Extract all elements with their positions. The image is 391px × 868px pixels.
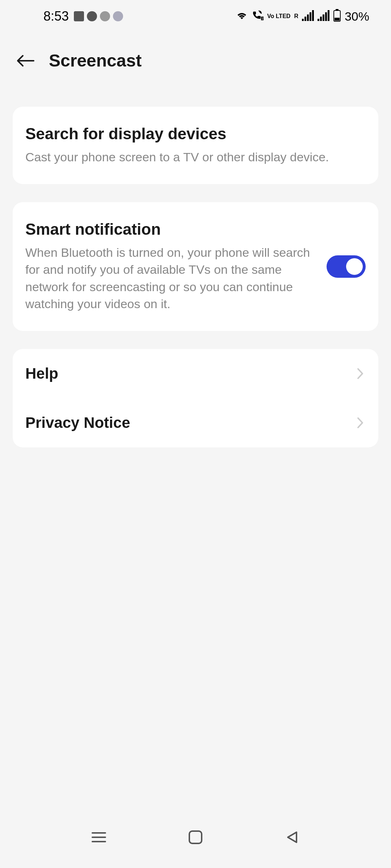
privacy-label: Privacy Notice	[25, 414, 130, 431]
app-icon-1	[74, 11, 84, 21]
battery-icon	[333, 9, 341, 24]
search-devices-card[interactable]: Search for display devices Cast your pho…	[13, 107, 378, 184]
app-icon-2	[87, 11, 97, 21]
wifi-icon	[236, 10, 248, 22]
menu-icon	[91, 831, 107, 844]
smart-notification-card: Smart notification When Bluetooth is tur…	[13, 202, 378, 331]
roaming-icon: R	[294, 13, 298, 20]
status-app-icons	[74, 11, 123, 21]
arrow-left-icon	[16, 54, 34, 67]
home-button[interactable]	[185, 826, 206, 848]
svg-text:2: 2	[262, 17, 264, 20]
status-left: 8:53	[43, 9, 123, 24]
smart-notification-title: Smart notification	[25, 220, 316, 238]
search-devices-desc: Cast your phone screen to a TV or other …	[25, 149, 366, 166]
status-bar: 8:53 2 Vo LTED R	[0, 0, 391, 33]
back-nav-button[interactable]	[281, 826, 303, 848]
privacy-link[interactable]: Privacy Notice	[13, 398, 378, 447]
square-icon	[188, 830, 203, 845]
recent-apps-button[interactable]	[88, 826, 110, 848]
toggle-knob	[346, 258, 363, 275]
battery-percent: 30%	[345, 9, 369, 24]
content: Search for display devices Cast your pho…	[0, 85, 391, 447]
signal-bars-2	[318, 12, 329, 21]
help-label: Help	[25, 365, 58, 382]
svg-rect-8	[189, 831, 202, 843]
volte-icon: Vo LTED	[267, 14, 290, 19]
triangle-left-icon	[285, 830, 299, 844]
page-title: Screencast	[49, 51, 142, 71]
help-link[interactable]: Help	[13, 349, 378, 398]
status-time: 8:53	[43, 9, 69, 24]
links-card: Help Privacy Notice	[13, 349, 378, 447]
status-right: 2 Vo LTED R 30%	[236, 9, 369, 24]
signal-bars-1	[302, 12, 314, 21]
app-icon-4	[113, 11, 123, 21]
search-devices-title: Search for display devices	[25, 125, 366, 143]
header: Screencast	[0, 33, 391, 85]
svg-rect-4	[335, 18, 340, 21]
chevron-right-icon	[355, 417, 366, 428]
app-icon-3	[100, 11, 110, 21]
wifi-calling-icon: 2	[251, 10, 264, 22]
back-button[interactable]	[16, 54, 34, 68]
smart-notification-desc: When Bluetooth is turned on, your phone …	[25, 244, 316, 313]
navigation-bar	[0, 821, 391, 854]
chevron-right-icon	[355, 368, 366, 379]
smart-notification-toggle[interactable]	[327, 255, 366, 278]
